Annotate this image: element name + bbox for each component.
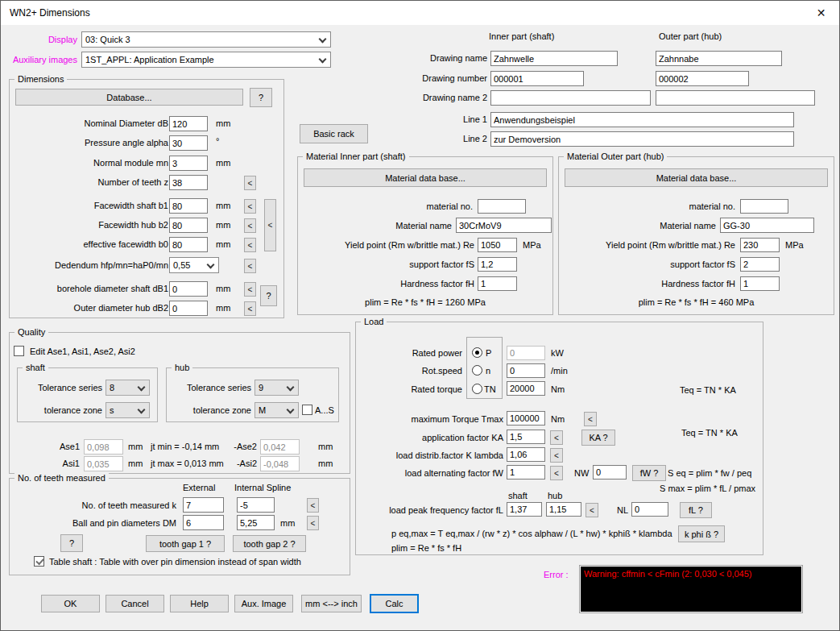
tooth-gap-2-button[interactable]: tooth gap 2 ? (233, 535, 306, 552)
cancel-button[interactable]: Cancel (106, 595, 164, 612)
material-inner-name-input[interactable] (456, 218, 552, 233)
line2-input[interactable] (490, 131, 794, 147)
table-shaft-checkbox[interactable] (34, 556, 44, 567)
diameter-help-button[interactable]: ? (260, 285, 277, 306)
hub-tolerance-zone-select[interactable]: M (254, 402, 299, 418)
fl-help-button[interactable]: fL ? (680, 502, 712, 518)
load-distrib-factor-input[interactable] (507, 447, 545, 462)
hub-tolerance-series-select[interactable]: 9 (254, 380, 299, 396)
max-torque-prev-button[interactable]: < (584, 412, 597, 426)
load-group-title: Load (361, 316, 387, 327)
help-button[interactable]: Help (170, 595, 229, 612)
facewidth-hub-input[interactable] (169, 218, 208, 233)
hub-tolerance-series-value: 9 (259, 383, 263, 392)
pressure-angle-input[interactable] (169, 135, 208, 151)
ok-button[interactable]: OK (41, 595, 100, 612)
rated-power-unit: kW (551, 348, 564, 358)
application-factor-prev-button[interactable]: < (550, 430, 563, 445)
aux-image-button[interactable]: Aux. Image (234, 595, 293, 612)
titlebar: WN2+ Dimensions ✕ (1, 1, 839, 25)
rated-power-radio[interactable] (472, 347, 482, 358)
number-of-teeth-input[interactable] (169, 175, 208, 190)
material-inner-no-input[interactable] (478, 199, 526, 214)
asi2-unit: mm (318, 459, 333, 468)
load-alternating-factor-input[interactable] (507, 465, 545, 479)
facewidth-shaft-prev-button[interactable]: < (244, 199, 256, 214)
edit-ase-checkbox[interactable] (14, 346, 24, 356)
max-torque-input[interactable] (507, 411, 545, 426)
display-select[interactable]: 03: Quick 3 (81, 31, 331, 48)
inner-drawing-name-input[interactable] (490, 51, 618, 66)
teeth-help-button[interactable]: ? (60, 534, 83, 552)
teeth-measured-k-prev-button[interactable]: < (307, 498, 319, 513)
material-outer-name-input[interactable] (720, 218, 814, 233)
material-outer-yield-input[interactable] (740, 238, 780, 252)
outer-drawing-number-input[interactable] (656, 71, 749, 86)
as-range-checkbox[interactable] (302, 405, 312, 415)
borehole-diameter-input[interactable] (169, 281, 208, 297)
pressure-angle-unit: ° (216, 136, 219, 146)
basic-rack-button[interactable]: Basic rack (300, 124, 368, 143)
load-peak-frequency-shaft-input[interactable] (507, 502, 542, 517)
material-inner-yield-input[interactable] (478, 238, 517, 252)
kphib-help-button[interactable]: k phi ß ? (678, 525, 725, 542)
facewidth-hub-prev-button[interactable]: < (244, 218, 256, 233)
material-outer-database-button[interactable]: Material data base... (565, 168, 828, 187)
nl-input[interactable] (631, 502, 668, 517)
nominal-diameter-input[interactable] (169, 116, 208, 131)
material-inner-support-label: support factor fS (304, 259, 474, 269)
material-outer-hardness-input[interactable] (740, 276, 780, 291)
dedendum-select[interactable]: 0,55 (169, 257, 219, 273)
inner-drawing-name2-input[interactable] (490, 90, 651, 106)
database-button[interactable]: Database... (15, 89, 243, 106)
shaft-tolerance-zone-select[interactable]: s (106, 402, 150, 418)
load-distrib-factor-prev-button[interactable]: < (550, 448, 563, 463)
number-of-teeth-prev-button[interactable]: < (244, 176, 256, 190)
outer-diameter-hub-input[interactable] (169, 301, 208, 316)
dimensions-help-button[interactable]: ? (250, 88, 272, 107)
ball-pin-diameter-internal-input[interactable] (237, 515, 275, 530)
fw-help-button[interactable]: fW ? (632, 465, 666, 481)
material-outer-no-input[interactable] (740, 199, 788, 214)
teeth-measured-k-internal-input[interactable] (237, 497, 275, 513)
load-peak-frequency-hub-input[interactable] (546, 502, 581, 517)
quality-hub-group-title: hub (172, 362, 192, 373)
tooth-gap-1-button[interactable]: tooth gap 1 ? (146, 535, 225, 552)
line1-input[interactable] (490, 112, 794, 127)
ball-pin-diameter-external-input[interactable] (183, 515, 224, 530)
calc-button[interactable]: Calc (370, 594, 419, 613)
facewidth-shaft-input[interactable] (169, 198, 208, 214)
rot-speed-input[interactable] (507, 363, 545, 378)
material-inner-hardness-input[interactable] (478, 276, 517, 291)
load-peak-frequency-prev-button[interactable]: < (586, 503, 598, 517)
nw-input[interactable] (593, 465, 627, 479)
facewidth-link-button[interactable]: < (264, 199, 276, 251)
load-alternating-factor-prev-button[interactable]: < (550, 466, 563, 480)
ball-pin-diameter-prev-button[interactable]: < (307, 516, 319, 530)
normal-module-input[interactable] (169, 156, 208, 171)
close-icon[interactable]: ✕ (803, 1, 839, 25)
application-factor-input[interactable] (507, 430, 545, 444)
material-inner-database-button[interactable]: Material data base... (304, 168, 547, 187)
aux-images-select[interactable]: 1ST_APPL: Application Example (81, 52, 331, 68)
rated-torque-input[interactable] (507, 381, 545, 396)
rot-speed-radio[interactable] (472, 365, 482, 376)
shaft-tolerance-series-select[interactable]: 8 (106, 380, 150, 396)
dedendum-prev-button[interactable]: < (244, 259, 256, 273)
borehole-diameter-prev-button[interactable]: < (244, 282, 256, 297)
effective-facewidth-prev-button[interactable]: < (244, 238, 256, 252)
effective-facewidth-input[interactable] (169, 237, 208, 252)
rated-torque-radio[interactable] (472, 384, 482, 394)
mm-inch-toggle-button[interactable]: mm <--> inch (301, 595, 362, 612)
material-inner-name-label: Material name (315, 221, 452, 230)
inner-drawing-number-input[interactable] (490, 71, 584, 86)
material-inner-support-input[interactable] (478, 257, 517, 272)
outer-drawing-name2-input[interactable] (656, 90, 815, 106)
teeth-measured-k-external-input[interactable] (183, 497, 224, 513)
asi2-label: -Asi2 (222, 459, 257, 468)
material-outer-name-label: Material name (565, 221, 716, 230)
ka-help-button[interactable]: KA ? (581, 430, 615, 446)
outer-diameter-hub-prev-button[interactable]: < (244, 301, 256, 316)
material-outer-support-input[interactable] (740, 257, 780, 272)
outer-drawing-name-input[interactable] (656, 51, 782, 66)
